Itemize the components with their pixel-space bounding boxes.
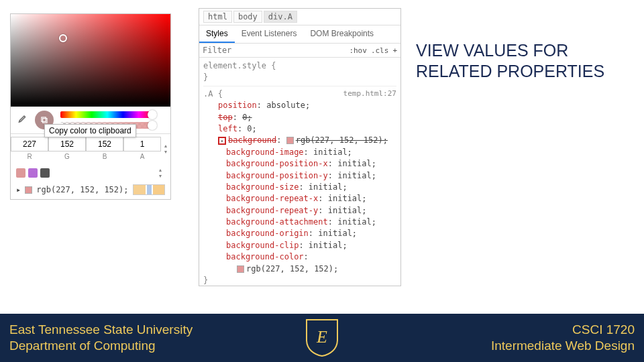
expand-shorthand-icon[interactable]: ▾ xyxy=(218,137,226,145)
css-value[interactable]: 0; xyxy=(242,113,252,122)
eyedropper-icon[interactable] xyxy=(16,114,28,126)
css-value[interactable]: initial; xyxy=(328,206,367,215)
css-declaration[interactable]: ▾background: rgb(227, 152, 152); xyxy=(203,135,396,146)
rule-a-selector[interactable]: .A { xyxy=(203,89,223,99)
rule-source-link[interactable]: temp.html:27 xyxy=(343,88,396,99)
b-label: B xyxy=(86,153,123,160)
filter-row: :hov .cls + xyxy=(199,44,400,58)
palette-swatches: ▴▾ xyxy=(11,163,170,183)
b-input[interactable] xyxy=(86,137,123,152)
css-property[interactable]: background xyxy=(228,135,276,145)
saturation-field[interactable] xyxy=(11,14,170,107)
css-value[interactable]: absolute; xyxy=(266,101,310,110)
css-value[interactable]: rgb(227, 152, 152); xyxy=(296,135,388,145)
palette-stepper[interactable]: ▴▾ xyxy=(156,167,165,179)
crumb-div-a[interactable]: div.A xyxy=(264,11,297,23)
css-value[interactable]: initial; xyxy=(318,229,357,238)
footer-course-code: CSCI 1720 xyxy=(491,322,635,338)
crumb-html[interactable]: html xyxy=(203,11,232,23)
hue-handle[interactable] xyxy=(148,110,157,119)
footer-department: Department of Computing xyxy=(9,338,193,354)
rgb-output-text: rgb(227, 152, 152); xyxy=(36,185,128,194)
css-declaration[interactable]: top: 0; xyxy=(203,112,396,123)
css-value[interactable]: initial; xyxy=(309,182,347,192)
copy-tooltip: Copy color to clipboard xyxy=(44,124,136,137)
css-declaration[interactable]: background-size: initial; xyxy=(203,182,396,193)
devtools-panel: html body div.A Styles Event Listeners D… xyxy=(199,8,401,286)
css-declaration[interactable]: background-color: rgb(227, 152, 152); xyxy=(203,251,396,275)
css-property[interactable]: background-repeat-x xyxy=(226,194,318,203)
css-value[interactable]: initial; xyxy=(337,159,376,168)
rules-pane[interactable]: element.style { } temp.html:27 .A { posi… xyxy=(199,58,400,286)
css-property[interactable]: background-repeat-y xyxy=(226,206,318,215)
r-label: R xyxy=(11,153,48,160)
css-declaration[interactable]: background-origin: initial; xyxy=(203,228,396,239)
swatch-3[interactable] xyxy=(40,168,50,178)
a-label: A xyxy=(123,153,161,160)
css-value[interactable]: initial; xyxy=(309,241,347,250)
svg-rect-0 xyxy=(43,119,47,123)
css-value[interactable]: initial; xyxy=(328,194,367,203)
css-declaration[interactable]: position: absolute; xyxy=(203,100,396,111)
css-declaration[interactable]: background-position-x: initial; xyxy=(203,158,396,170)
add-rule-button[interactable]: + xyxy=(392,46,397,55)
svg-text:E: E xyxy=(316,327,327,347)
css-property[interactable]: background-size xyxy=(226,182,299,192)
a-input[interactable] xyxy=(123,137,161,152)
css-property[interactable]: background-origin xyxy=(226,229,309,238)
css-property[interactable]: top xyxy=(218,113,233,122)
svg-rect-1 xyxy=(42,117,46,121)
css-property[interactable]: background-clip xyxy=(226,241,299,250)
rule-element-style-close: } xyxy=(203,72,396,83)
css-value[interactable]: initial; xyxy=(337,217,376,227)
etsu-shield-logo: E xyxy=(305,318,339,357)
css-property[interactable]: left xyxy=(218,124,237,133)
swatch-2[interactable] xyxy=(28,168,38,178)
swatch-1[interactable] xyxy=(16,168,25,178)
copy-icon xyxy=(40,115,49,125)
format-stepper[interactable]: ▴▾ xyxy=(161,134,170,163)
css-declaration[interactable]: background-position-y: initial; xyxy=(203,170,396,182)
rule-a[interactable]: temp.html:27 .A { xyxy=(203,88,396,100)
css-property[interactable]: position xyxy=(218,101,257,110)
saturation-cursor[interactable] xyxy=(59,34,67,42)
devtools-tabs: Styles Event Listeners DOM Breakpoints xyxy=(199,25,400,44)
css-value[interactable]: rgb(227, 152, 152); xyxy=(246,264,338,274)
r-input[interactable] xyxy=(11,137,48,152)
css-property[interactable]: background-image xyxy=(226,147,304,157)
css-property[interactable]: background-color xyxy=(226,252,304,261)
css-value[interactable]: initial; xyxy=(313,147,352,157)
rgba-inputs: R G B A ▴▾ xyxy=(11,133,170,163)
css-declaration[interactable]: background-clip: initial; xyxy=(203,240,396,251)
css-value[interactable]: 0; xyxy=(247,124,256,133)
breadcrumb: html body div.A xyxy=(199,9,400,25)
css-declaration[interactable]: background-repeat-y: initial; xyxy=(203,205,396,217)
crumb-body[interactable]: body xyxy=(233,11,262,23)
page-title: VIEW VALUES FOR RELATED PROPERTIES xyxy=(416,40,637,82)
g-input[interactable] xyxy=(48,137,86,152)
footer-course-name: Intermediate Web Design xyxy=(491,338,635,354)
hue-slider[interactable] xyxy=(60,111,154,118)
rule-element-style[interactable]: element.style { xyxy=(203,60,396,72)
picker-tools-row: Copy color to clipboard xyxy=(11,107,170,133)
css-declaration[interactable]: background-attachment: initial; xyxy=(203,217,396,228)
tab-event-listeners[interactable]: Event Listeners xyxy=(235,25,304,43)
tab-dom-breakpoints[interactable]: DOM Breakpoints xyxy=(303,25,380,43)
css-property[interactable]: background-attachment xyxy=(226,217,328,227)
color-picker-panel: Copy color to clipboard R G B A ▴▾ ▴▾ ▸ … xyxy=(10,13,171,200)
css-declaration[interactable]: left: 0; xyxy=(203,123,396,135)
color-swatch-icon[interactable] xyxy=(237,265,244,273)
rgb-output-row: ▸ rgb(227, 152, 152); xyxy=(11,183,170,199)
css-declaration[interactable]: background-image: initial; xyxy=(203,147,396,158)
hov-toggle[interactable]: :hov xyxy=(349,46,367,55)
cls-toggle[interactable]: .cls xyxy=(371,46,389,55)
css-property[interactable]: background-position-y xyxy=(226,171,328,180)
tab-styles[interactable]: Styles xyxy=(199,25,235,43)
filter-input[interactable] xyxy=(203,46,345,55)
css-value[interactable]: initial; xyxy=(337,171,376,180)
alpha-handle[interactable] xyxy=(148,121,157,130)
color-swatch-icon[interactable] xyxy=(286,137,294,144)
output-swatch xyxy=(25,186,32,194)
css-property[interactable]: background-position-x xyxy=(226,159,328,168)
css-declaration[interactable]: background-repeat-x: initial; xyxy=(203,193,396,204)
